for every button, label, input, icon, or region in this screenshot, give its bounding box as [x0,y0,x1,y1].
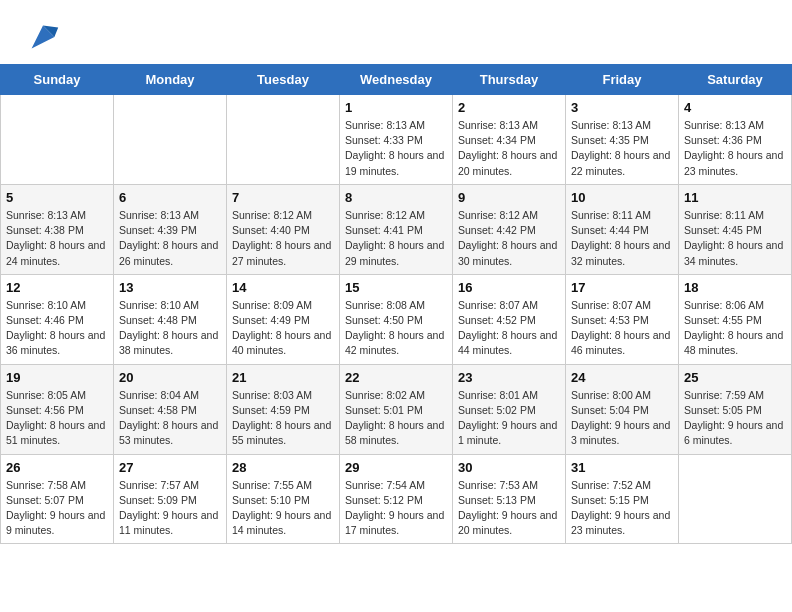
day-number: 27 [119,460,221,475]
day-cell: 8Sunrise: 8:12 AM Sunset: 4:41 PM Daylig… [340,184,453,274]
day-info: Sunrise: 8:07 AM Sunset: 4:53 PM Dayligh… [571,298,673,359]
day-cell: 7Sunrise: 8:12 AM Sunset: 4:40 PM Daylig… [227,184,340,274]
day-number: 21 [232,370,334,385]
week-row-1: 1Sunrise: 8:13 AM Sunset: 4:33 PM Daylig… [1,95,792,185]
day-number: 30 [458,460,560,475]
day-cell: 12Sunrise: 8:10 AM Sunset: 4:46 PM Dayli… [1,274,114,364]
page-container: SundayMondayTuesdayWednesdayThursdayFrid… [0,0,792,544]
weekday-header-tuesday: Tuesday [227,65,340,95]
day-info: Sunrise: 7:58 AM Sunset: 5:07 PM Dayligh… [6,478,108,539]
day-cell [679,454,792,544]
day-info: Sunrise: 7:55 AM Sunset: 5:10 PM Dayligh… [232,478,334,539]
day-cell: 16Sunrise: 8:07 AM Sunset: 4:52 PM Dayli… [453,274,566,364]
calendar-header: SundayMondayTuesdayWednesdayThursdayFrid… [1,65,792,95]
day-info: Sunrise: 8:03 AM Sunset: 4:59 PM Dayligh… [232,388,334,449]
week-row-2: 5Sunrise: 8:13 AM Sunset: 4:38 PM Daylig… [1,184,792,274]
day-cell: 3Sunrise: 8:13 AM Sunset: 4:35 PM Daylig… [566,95,679,185]
day-info: Sunrise: 8:13 AM Sunset: 4:33 PM Dayligh… [345,118,447,179]
day-number: 2 [458,100,560,115]
day-info: Sunrise: 8:11 AM Sunset: 4:45 PM Dayligh… [684,208,786,269]
day-cell: 28Sunrise: 7:55 AM Sunset: 5:10 PM Dayli… [227,454,340,544]
weekday-header-thursday: Thursday [453,65,566,95]
day-number: 24 [571,370,673,385]
day-info: Sunrise: 8:13 AM Sunset: 4:36 PM Dayligh… [684,118,786,179]
weekday-header-saturday: Saturday [679,65,792,95]
day-cell [1,95,114,185]
day-number: 15 [345,280,447,295]
day-number: 26 [6,460,108,475]
day-number: 4 [684,100,786,115]
day-number: 11 [684,190,786,205]
day-cell: 10Sunrise: 8:11 AM Sunset: 4:44 PM Dayli… [566,184,679,274]
day-cell [227,95,340,185]
day-number: 12 [6,280,108,295]
day-number: 22 [345,370,447,385]
day-info: Sunrise: 8:05 AM Sunset: 4:56 PM Dayligh… [6,388,108,449]
day-cell: 15Sunrise: 8:08 AM Sunset: 4:50 PM Dayli… [340,274,453,364]
calendar-table: SundayMondayTuesdayWednesdayThursdayFrid… [0,64,792,544]
day-cell: 27Sunrise: 7:57 AM Sunset: 5:09 PM Dayli… [114,454,227,544]
day-cell: 1Sunrise: 8:13 AM Sunset: 4:33 PM Daylig… [340,95,453,185]
day-cell: 18Sunrise: 8:06 AM Sunset: 4:55 PM Dayli… [679,274,792,364]
day-info: Sunrise: 8:00 AM Sunset: 5:04 PM Dayligh… [571,388,673,449]
day-cell: 23Sunrise: 8:01 AM Sunset: 5:02 PM Dayli… [453,364,566,454]
day-cell: 21Sunrise: 8:03 AM Sunset: 4:59 PM Dayli… [227,364,340,454]
day-number: 10 [571,190,673,205]
header [0,0,792,64]
weekday-header-sunday: Sunday [1,65,114,95]
day-number: 23 [458,370,560,385]
day-info: Sunrise: 8:10 AM Sunset: 4:48 PM Dayligh… [119,298,221,359]
day-number: 1 [345,100,447,115]
day-cell: 19Sunrise: 8:05 AM Sunset: 4:56 PM Dayli… [1,364,114,454]
day-info: Sunrise: 8:07 AM Sunset: 4:52 PM Dayligh… [458,298,560,359]
day-cell: 30Sunrise: 7:53 AM Sunset: 5:13 PM Dayli… [453,454,566,544]
weekday-header-monday: Monday [114,65,227,95]
day-info: Sunrise: 8:11 AM Sunset: 4:44 PM Dayligh… [571,208,673,269]
day-number: 8 [345,190,447,205]
day-cell: 9Sunrise: 8:12 AM Sunset: 4:42 PM Daylig… [453,184,566,274]
day-info: Sunrise: 8:09 AM Sunset: 4:49 PM Dayligh… [232,298,334,359]
weekday-header-friday: Friday [566,65,679,95]
day-number: 14 [232,280,334,295]
day-info: Sunrise: 8:06 AM Sunset: 4:55 PM Dayligh… [684,298,786,359]
day-info: Sunrise: 7:57 AM Sunset: 5:09 PM Dayligh… [119,478,221,539]
day-info: Sunrise: 8:12 AM Sunset: 4:40 PM Dayligh… [232,208,334,269]
day-number: 20 [119,370,221,385]
day-cell: 2Sunrise: 8:13 AM Sunset: 4:34 PM Daylig… [453,95,566,185]
day-number: 18 [684,280,786,295]
weekday-header-wednesday: Wednesday [340,65,453,95]
day-number: 29 [345,460,447,475]
day-number: 31 [571,460,673,475]
day-number: 3 [571,100,673,115]
day-info: Sunrise: 8:13 AM Sunset: 4:34 PM Dayligh… [458,118,560,179]
day-cell: 14Sunrise: 8:09 AM Sunset: 4:49 PM Dayli… [227,274,340,364]
day-cell: 31Sunrise: 7:52 AM Sunset: 5:15 PM Dayli… [566,454,679,544]
day-cell: 13Sunrise: 8:10 AM Sunset: 4:48 PM Dayli… [114,274,227,364]
day-info: Sunrise: 8:13 AM Sunset: 4:38 PM Dayligh… [6,208,108,269]
day-number: 13 [119,280,221,295]
week-row-3: 12Sunrise: 8:10 AM Sunset: 4:46 PM Dayli… [1,274,792,364]
day-number: 7 [232,190,334,205]
day-cell [114,95,227,185]
week-row-4: 19Sunrise: 8:05 AM Sunset: 4:56 PM Dayli… [1,364,792,454]
day-cell: 20Sunrise: 8:04 AM Sunset: 4:58 PM Dayli… [114,364,227,454]
day-info: Sunrise: 8:01 AM Sunset: 5:02 PM Dayligh… [458,388,560,449]
day-info: Sunrise: 8:12 AM Sunset: 4:42 PM Dayligh… [458,208,560,269]
day-number: 25 [684,370,786,385]
day-info: Sunrise: 8:12 AM Sunset: 4:41 PM Dayligh… [345,208,447,269]
day-number: 19 [6,370,108,385]
day-cell: 11Sunrise: 8:11 AM Sunset: 4:45 PM Dayli… [679,184,792,274]
day-info: Sunrise: 8:13 AM Sunset: 4:35 PM Dayligh… [571,118,673,179]
day-cell: 26Sunrise: 7:58 AM Sunset: 5:07 PM Dayli… [1,454,114,544]
logo [24,18,66,56]
week-row-5: 26Sunrise: 7:58 AM Sunset: 5:07 PM Dayli… [1,454,792,544]
day-number: 28 [232,460,334,475]
calendar-body: 1Sunrise: 8:13 AM Sunset: 4:33 PM Daylig… [1,95,792,544]
day-info: Sunrise: 7:59 AM Sunset: 5:05 PM Dayligh… [684,388,786,449]
day-info: Sunrise: 8:04 AM Sunset: 4:58 PM Dayligh… [119,388,221,449]
day-info: Sunrise: 7:54 AM Sunset: 5:12 PM Dayligh… [345,478,447,539]
day-cell: 29Sunrise: 7:54 AM Sunset: 5:12 PM Dayli… [340,454,453,544]
day-cell: 25Sunrise: 7:59 AM Sunset: 5:05 PM Dayli… [679,364,792,454]
day-cell: 22Sunrise: 8:02 AM Sunset: 5:01 PM Dayli… [340,364,453,454]
day-info: Sunrise: 8:13 AM Sunset: 4:39 PM Dayligh… [119,208,221,269]
